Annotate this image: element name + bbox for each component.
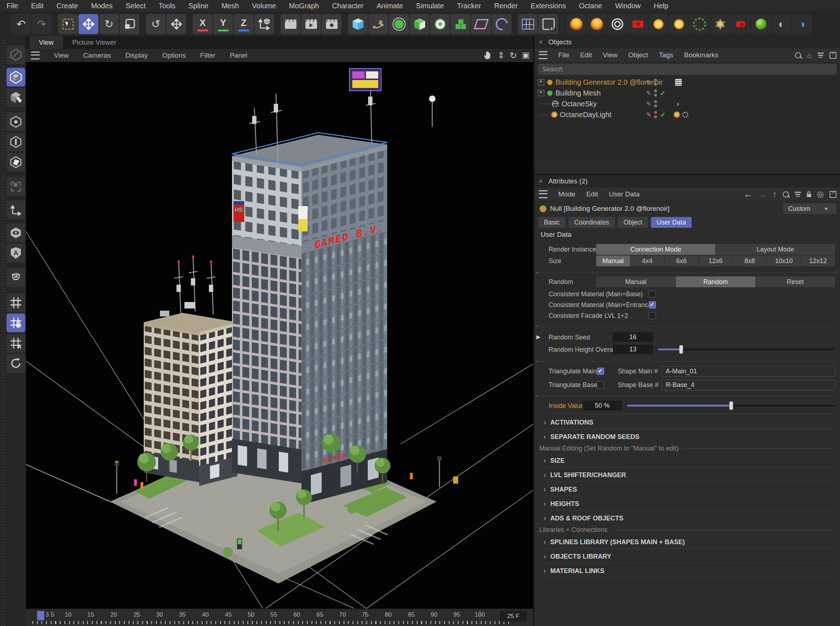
enabled-check-icon[interactable]: ✓	[660, 111, 666, 119]
octane-camera-button[interactable]	[628, 14, 648, 34]
option-random-random[interactable]: Random	[676, 276, 755, 287]
annotation-tag-icon[interactable]	[675, 79, 682, 86]
render-canvas[interactable]: GAMED B.V. GAMED B.U.	[26, 62, 533, 609]
menu-modes[interactable]: Modes	[91, 2, 113, 10]
tab-object[interactable]: Object	[618, 217, 648, 228]
section-activations[interactable]: ›ACTIVATIONS	[543, 418, 593, 426]
edges-mode-button[interactable]	[6, 133, 25, 151]
texture-mode-button[interactable]	[6, 88, 25, 107]
render-settings-button[interactable]	[322, 14, 342, 34]
tab-picture-viewer[interactable]: Picture Viewer	[63, 36, 126, 49]
visibility-dots-icon[interactable]	[654, 100, 657, 107]
objects-close-icon[interactable]: ×	[539, 39, 543, 46]
add-cube-button[interactable]	[348, 14, 368, 34]
add-extrude-button[interactable]	[409, 14, 429, 34]
menu-mesh[interactable]: Mesh	[222, 2, 239, 10]
octane-camera-small-button[interactable]	[731, 14, 750, 34]
objects-search-icon[interactable]	[795, 52, 801, 58]
enable-axis-button[interactable]	[6, 200, 25, 219]
tweak-mode-button[interactable]	[6, 177, 25, 196]
annotate-button[interactable]: A	[6, 244, 25, 262]
section-material-links[interactable]: ›MATERIAL LINKS	[543, 567, 604, 575]
add-field-button[interactable]	[492, 14, 512, 34]
object-label[interactable]: OctaneDayLight	[560, 111, 611, 119]
octane-sun-button[interactable]	[669, 14, 689, 34]
menu-character[interactable]: Character	[332, 2, 364, 10]
octane-render-region-button[interactable]	[587, 14, 607, 34]
triangulate-main-checkbox[interactable]	[597, 368, 604, 375]
menu-animate[interactable]: Animate	[376, 2, 403, 10]
option-size-12x12[interactable]: 12x12	[801, 255, 835, 266]
reset-psr-button[interactable]	[6, 354, 25, 372]
attributes-menu-edit[interactable]: Edit	[586, 190, 598, 198]
menu-edit[interactable]: Edit	[31, 2, 43, 10]
tab-basic[interactable]: Basic	[538, 217, 565, 228]
objects-menu-bookmarks[interactable]: Bookmarks	[684, 51, 718, 59]
add-deformer-button[interactable]	[471, 14, 491, 34]
attributes-menu-mode[interactable]: Mode	[558, 190, 576, 198]
menu-create[interactable]: Create	[56, 2, 78, 10]
option-size-8x8[interactable]: 8x8	[733, 255, 767, 266]
octane-daylight-button[interactable]	[648, 14, 668, 34]
visibility-dots-icon[interactable]	[654, 111, 657, 118]
move-tool-button[interactable]	[78, 14, 98, 34]
tree-row-building-generator[interactable]: Building Generator 2.0 @florenoir ✎	[534, 77, 840, 88]
history-back-icon[interactable]: ←	[744, 190, 753, 199]
workplane-lock-button[interactable]	[6, 313, 25, 332]
objects-menu-object[interactable]: Object	[628, 51, 648, 59]
tree-row-octanesky[interactable]: ST OctaneSky ✎ ◑	[534, 99, 840, 109]
random-height-slider[interactable]	[658, 349, 835, 350]
daylight-tag-icon[interactable]	[674, 112, 679, 117]
preset-dropdown[interactable]: Custom ▼	[783, 203, 836, 214]
solo-mode-button[interactable]	[6, 224, 25, 242]
tree-row-building-mesh[interactable]: Building Mesh ✎ ✓	[534, 88, 840, 99]
menu-window[interactable]: Window	[615, 2, 641, 10]
objects-filter-icon[interactable]	[817, 53, 824, 58]
objects-hamburger-icon[interactable]	[539, 51, 548, 59]
end-frame-field[interactable]: 25 F	[500, 611, 527, 622]
lock-y-axis-button[interactable]: Y	[213, 14, 233, 34]
menu-render[interactable]: Render	[494, 2, 518, 10]
section-size[interactable]: ›SIZE	[543, 456, 565, 465]
option-layout-mode[interactable]: Layout Mode	[716, 244, 835, 255]
snap-button[interactable]	[6, 268, 25, 287]
objects-menu-file[interactable]: File	[558, 51, 570, 59]
history-forward-icon[interactable]: →	[758, 190, 767, 199]
random-seed-field[interactable]: 16	[613, 332, 653, 342]
points-mode-button[interactable]	[6, 113, 25, 131]
section-lvl-shifter[interactable]: ›LVL SHIFTER/CHANGER	[543, 471, 626, 479]
octane-sky-a-button[interactable]: ◐	[771, 14, 792, 34]
workplane-button[interactable]	[6, 293, 25, 312]
polygons-mode-button[interactable]	[6, 153, 25, 172]
add-mograph-button[interactable]	[430, 14, 450, 34]
attributes-hamburger-icon[interactable]	[539, 190, 548, 198]
edit-mode-button[interactable]	[6, 45, 25, 64]
vmenu-options[interactable]: Options	[162, 52, 186, 59]
group-expand-icon[interactable]: ▶	[536, 334, 541, 340]
consistent-material-base-checkbox[interactable]	[649, 291, 656, 298]
shape-base-field[interactable]: R-Base_4	[662, 380, 835, 390]
section-ads-roof-objects[interactable]: ›ADS & ROOF OBJECTS	[543, 514, 623, 522]
orbit-view-icon[interactable]: ↻	[510, 50, 517, 61]
edit-enable-icon[interactable]: ✎	[646, 89, 651, 97]
viewport-grid-button[interactable]	[518, 14, 538, 34]
visibility-dots-icon[interactable]	[654, 89, 657, 97]
section-heights[interactable]: ›HEIGHTS	[543, 499, 579, 508]
objects-search-input[interactable]	[538, 64, 836, 75]
option-size-4x4[interactable]: 4x4	[630, 255, 665, 266]
octane-live-viewer-button[interactable]	[607, 14, 627, 34]
model-mode-button[interactable]	[6, 68, 25, 86]
add-subdivision-button[interactable]	[389, 14, 409, 34]
menu-octane[interactable]: Octane	[579, 2, 602, 10]
attributes-popout-icon[interactable]	[829, 191, 836, 198]
daylight-gear-tag-icon[interactable]	[682, 112, 689, 118]
attributes-search-icon[interactable]	[783, 191, 789, 197]
objects-popout-icon[interactable]	[829, 52, 836, 59]
section-shapes[interactable]: ›SHAPES	[543, 485, 577, 493]
pan-hand-icon[interactable]	[483, 50, 492, 60]
edit-enable-icon[interactable]: ✎	[646, 100, 651, 108]
menu-help[interactable]: Help	[654, 2, 668, 10]
vmenu-display[interactable]: Display	[125, 52, 148, 59]
shape-main-field[interactable]: A-Main_01	[662, 366, 835, 377]
objects-menu-edit[interactable]: Edit	[580, 51, 592, 59]
